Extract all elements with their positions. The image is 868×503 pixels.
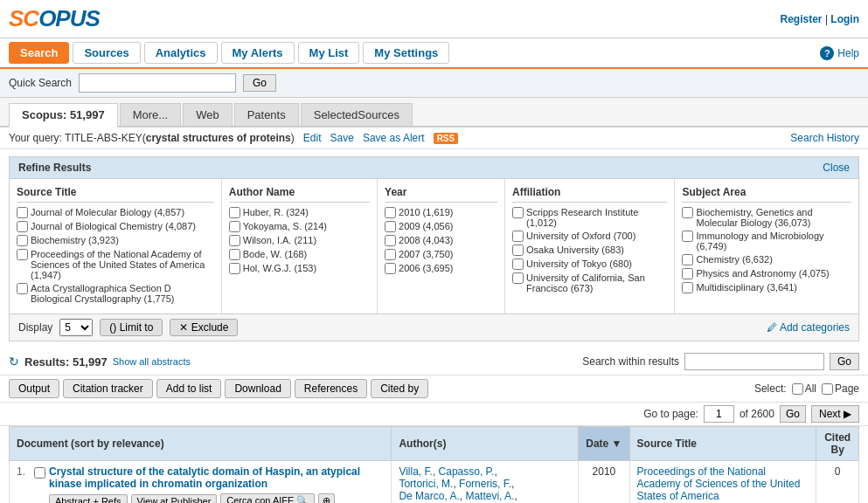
refine-col-source: Source Title Journal of Molecular Biolog…	[10, 179, 222, 314]
tab-scopus[interactable]: Scopus: 51,997	[9, 103, 118, 127]
add-to-list-button[interactable]: Add to list	[156, 379, 222, 398]
col-header-date[interactable]: Date ▼	[579, 427, 629, 461]
cited-cell: 0	[816, 461, 859, 504]
year-checkbox-4[interactable]	[385, 263, 396, 274]
tab-more[interactable]: More...	[120, 103, 181, 126]
tab-selected-sources[interactable]: SelectedSources	[301, 103, 413, 126]
view-at-publisher-button[interactable]: View at Publisher	[131, 494, 218, 504]
page-number-input[interactable]	[704, 405, 734, 423]
col-header-authors[interactable]: Author(s)	[392, 427, 579, 461]
refine-close-link[interactable]: Close	[823, 162, 850, 174]
year-checkbox-1[interactable]	[385, 221, 396, 232]
references-button[interactable]: References	[295, 379, 367, 398]
save-as-alert-link[interactable]: Save as Alert	[363, 132, 425, 144]
year-checkbox-0[interactable]	[385, 207, 396, 218]
nav-search[interactable]: Search	[9, 42, 69, 64]
page-nav-bar: Go to page: of 2600 Go Next ▶	[0, 403, 868, 426]
refresh-icon[interactable]: ↻	[9, 355, 19, 369]
subj-checkbox-3[interactable]	[682, 268, 693, 279]
list-item: Multidisciplinary (3,641)	[682, 282, 851, 293]
search-within-input[interactable]	[684, 353, 824, 370]
nav-bar: Search Sources Analytics My Alerts My Li…	[0, 38, 868, 69]
expand-button[interactable]: ⊕	[318, 493, 335, 503]
query-bar: Your query: TITLE-ABS-KEY(crystal struct…	[0, 127, 868, 149]
nav-sources[interactable]: Sources	[73, 42, 140, 64]
author-checkbox-0[interactable]	[229, 207, 240, 218]
search-within-go-button[interactable]: Go	[830, 353, 859, 370]
author-checkbox-1[interactable]	[229, 221, 240, 232]
source-checkbox-1[interactable]	[17, 221, 28, 232]
list-item: 2006 (3,695)	[385, 263, 497, 274]
source-checkbox-3[interactable]	[17, 249, 28, 260]
subj-checkbox-4[interactable]	[682, 282, 693, 293]
row-checkbox[interactable]	[34, 467, 45, 479]
download-button[interactable]: Download	[225, 379, 290, 398]
author-checkbox-2[interactable]	[229, 235, 240, 246]
refine-col-affiliation: Affiliation Scripps Research Institute (…	[505, 179, 675, 314]
affil-checkbox-3[interactable]	[512, 258, 524, 270]
subj-checkbox-2[interactable]	[682, 254, 693, 265]
save-link[interactable]: Save	[330, 132, 354, 144]
tab-patents[interactable]: Patents	[234, 103, 299, 126]
author-link-3[interactable]: Forneris, F.	[459, 478, 511, 490]
tab-web[interactable]: Web	[183, 103, 233, 126]
nav-my-list[interactable]: My List	[298, 42, 360, 64]
limit-to-button[interactable]: () Limit to	[100, 319, 163, 336]
action-bar: Output Citation tracker Add to list Down…	[0, 376, 868, 403]
exclude-button[interactable]: ✕ Exclude	[170, 319, 238, 336]
nav-my-alerts[interactable]: My Alerts	[221, 42, 295, 64]
edit-link[interactable]: Edit	[303, 132, 322, 144]
author-link-0[interactable]: Villa, F.	[399, 465, 432, 478]
affil-checkbox-4[interactable]	[512, 272, 524, 284]
help-icon: ?	[820, 46, 834, 60]
affil-checkbox-2[interactable]	[512, 245, 524, 256]
source-checkbox-4[interactable]	[17, 283, 28, 294]
next-page-button[interactable]: Next ▶	[811, 405, 859, 423]
output-button[interactable]: Output	[9, 379, 59, 398]
abstract-refs-button[interactable]: Abstract + Refs	[49, 494, 128, 504]
source-title-link[interactable]: Proceedings of the National Academy of S…	[637, 465, 801, 502]
source-cell: Proceedings of the National Academy of S…	[629, 461, 816, 504]
doc-content: Crystal structure of the catalytic domai…	[49, 465, 384, 503]
citation-tracker-button[interactable]: Citation tracker	[63, 379, 153, 398]
quick-search-go-button[interactable]: Go	[243, 74, 276, 92]
list-item: 2007 (3,750)	[385, 249, 497, 260]
affil-checkbox-1[interactable]	[512, 231, 524, 242]
login-link[interactable]: Login	[830, 13, 859, 25]
col-header-doc[interactable]: Document (sort by relevance)	[10, 427, 392, 461]
col-header-source[interactable]: Source Title	[629, 427, 816, 461]
nav-analytics[interactable]: Analytics	[144, 42, 218, 64]
select-all-checkbox[interactable]	[792, 383, 803, 395]
refine-col-subject-header: Subject Area	[682, 186, 851, 203]
add-categories-link[interactable]: 🖉 Add categories	[767, 321, 850, 334]
display-select[interactable]: 5102050	[59, 319, 93, 336]
author-link-5[interactable]: Mattevi, A.	[465, 490, 514, 502]
cerca-button[interactable]: Cerca con AIFE 🔍	[220, 493, 315, 503]
doc-title[interactable]: Crystal structure of the catalytic domai…	[49, 465, 384, 490]
year-checkbox-2[interactable]	[385, 235, 396, 246]
search-history-link[interactable]: Search History	[790, 132, 859, 144]
list-item: Biochemistry, Genetics and Molecular Bio…	[682, 207, 851, 228]
author-checkbox-3[interactable]	[229, 249, 240, 260]
subj-checkbox-1[interactable]	[682, 231, 693, 242]
quick-search-input[interactable]	[79, 73, 236, 93]
nav-my-settings[interactable]: My Settings	[363, 42, 449, 64]
author-link-1[interactable]: Capasso, P.	[439, 465, 495, 478]
page-go-button[interactable]: Go	[780, 405, 806, 423]
affil-checkbox-0[interactable]	[512, 207, 524, 218]
year-checkbox-3[interactable]	[385, 249, 396, 260]
author-link-2[interactable]: Tortorici, M.	[399, 478, 453, 490]
select-page-checkbox[interactable]	[822, 383, 833, 395]
author-checkbox-4[interactable]	[229, 263, 240, 274]
source-checkbox-0[interactable]	[17, 207, 28, 218]
show-all-abstracts-link[interactable]: Show all abstracts	[113, 356, 191, 367]
author-link-4[interactable]: De Marco, A.	[399, 490, 459, 502]
source-checkbox-2[interactable]	[17, 235, 28, 246]
refine-results-panel: Refine Results Close Source Title Journa…	[9, 156, 859, 341]
rss-button[interactable]: RSS	[434, 133, 459, 144]
subj-checkbox-0[interactable]	[682, 207, 693, 218]
authors-cell: Villa, F., Capasso, P., Tortorici, M., F…	[392, 461, 579, 504]
cited-by-button[interactable]: Cited by	[371, 379, 428, 398]
register-link[interactable]: Register	[781, 13, 823, 25]
help-label[interactable]: Help	[837, 47, 859, 59]
